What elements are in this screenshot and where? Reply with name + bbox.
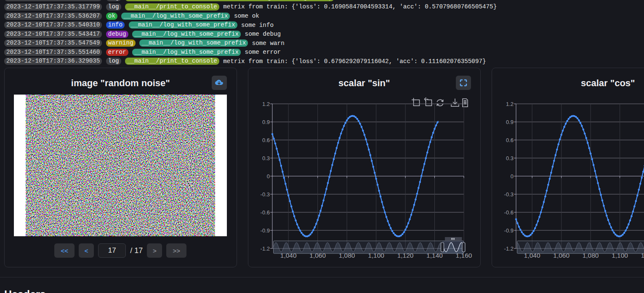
svg-text:1,120: 1,120 (397, 252, 414, 259)
svg-text:1,060: 1,060 (553, 252, 569, 259)
svg-text:-0.9: -0.9 (261, 227, 270, 234)
svg-text:1,040: 1,040 (524, 252, 540, 259)
svg-text:1.2: 1.2 (506, 101, 514, 107)
svg-text:1,040: 1,040 (280, 252, 297, 259)
svg-text:0: 0 (267, 173, 270, 179)
svg-text:1,160: 1,160 (456, 252, 472, 259)
svg-text:-0.3: -0.3 (261, 191, 270, 198)
svg-text:1,100: 1,100 (612, 252, 628, 259)
svg-text:0: 0 (511, 173, 514, 179)
svg-text:1,100: 1,100 (368, 252, 384, 259)
svg-text:0.9: 0.9 (262, 119, 270, 125)
svg-text:-0.9: -0.9 (504, 227, 514, 234)
svg-text:1,120: 1,120 (641, 252, 644, 259)
svg-text:0.9: 0.9 (506, 119, 514, 125)
svg-text:1,080: 1,080 (339, 252, 355, 259)
svg-text:1,080: 1,080 (583, 252, 599, 259)
svg-text:0.3: 0.3 (262, 155, 270, 161)
svg-text:-1.2: -1.2 (261, 245, 270, 252)
svg-text:0.3: 0.3 (506, 155, 514, 161)
svg-text:0.6: 0.6 (262, 137, 270, 143)
svg-text:1.2: 1.2 (262, 101, 270, 107)
svg-text:1,060: 1,060 (309, 252, 326, 259)
svg-text:-0.6: -0.6 (504, 209, 514, 216)
svg-text:-1.2: -1.2 (504, 245, 514, 252)
svg-text:1,140: 1,140 (426, 252, 443, 259)
svg-text:0.6: 0.6 (506, 137, 514, 143)
svg-text:-0.6: -0.6 (261, 209, 270, 216)
svg-text:-0.3: -0.3 (504, 191, 514, 198)
